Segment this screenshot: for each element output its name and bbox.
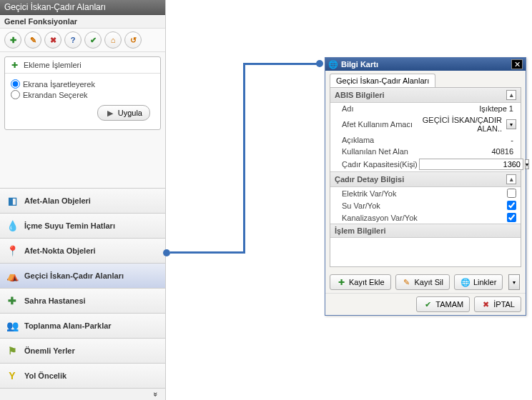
radio-mark-input[interactable] xyxy=(11,79,20,89)
su-checkbox[interactable] xyxy=(507,201,516,210)
edit-button[interactable]: ✎ xyxy=(24,31,41,49)
field-value: GEÇİCİ İSKAN/ÇADIR ALAN.. xyxy=(419,116,505,133)
question-icon: ? xyxy=(68,35,78,45)
field-elektrik: Elektrik Var/Yok xyxy=(330,187,521,199)
nav-label: Geçici İskan-Çadır Alanları xyxy=(24,271,124,280)
field-label: Çadır Kapasitesi(Kişi) xyxy=(342,160,419,169)
linkler-button[interactable]: 🌐 Linkler xyxy=(454,274,503,290)
dropdown-button[interactable]: ▾ xyxy=(506,119,516,129)
nav-icme-suyu[interactable]: 💧 İçme Suyu Temin Hatları xyxy=(0,213,165,238)
nav-afet-nokta[interactable]: 📍 Afet-Nokta Objeleri xyxy=(0,238,165,263)
nav-label: İçme Suyu Temin Hatları xyxy=(24,221,115,230)
tent-icon: ⛺ xyxy=(6,269,19,282)
group-abis-header[interactable]: ABIS Bilgileri ▴ xyxy=(330,88,521,103)
cross-icon: ✖ xyxy=(481,299,491,309)
help-button[interactable]: ? xyxy=(64,31,82,49)
field-label: Kullanılan Net Alan xyxy=(342,147,419,156)
field-su: Su Var/Yok xyxy=(330,199,521,211)
left-panel: Geçici İskan-Çadır Alanları Genel Fonksi… xyxy=(0,0,166,400)
tamam-button[interactable]: ✔ TAMAM xyxy=(416,296,470,312)
iptal-button[interactable]: ✖ İPTAL xyxy=(474,296,521,312)
check-icon: ✔ xyxy=(423,299,433,309)
group-detay-header[interactable]: Çadır Detay Bilgisi ▴ xyxy=(330,171,521,187)
refresh-icon: ↺ xyxy=(128,35,138,45)
kayit-sil-button[interactable]: ✎ Kayıt Sil xyxy=(395,274,450,290)
linkler-dropdown[interactable]: ▾ xyxy=(508,274,520,290)
kapasite-input[interactable] xyxy=(419,159,523,170)
plus-icon: ✚ xyxy=(336,277,346,287)
radio-select-label: Ekrandan Seçerek xyxy=(23,91,88,99)
pin-icon: 📍 xyxy=(6,244,19,257)
nav-onemli-yerler[interactable]: ⚑ Önemli Yerler xyxy=(0,338,165,363)
field-aciklama: Açıklama - xyxy=(330,134,521,146)
collapse-icon[interactable]: ▴ xyxy=(506,174,516,184)
field-label: Adı xyxy=(342,104,419,113)
field-kapasite: Çadır Kapasitesi(Kişi) ▾ xyxy=(330,157,521,171)
button-label: TAMAM xyxy=(435,300,463,309)
nav-gecici-iskan[interactable]: ⛺ Geçici İskan-Çadır Alanları xyxy=(0,263,165,288)
nav-sahra-hastanesi[interactable]: ✚ Sahra Hastanesi xyxy=(0,288,165,313)
flag-icon: ⚑ xyxy=(6,344,19,357)
elektrik-checkbox[interactable] xyxy=(507,189,516,198)
field-value: 40816 xyxy=(419,147,516,156)
nav-label: Yol Öncelik xyxy=(24,371,66,380)
tab-bar: Geçici İskan-Çadır Alanları xyxy=(325,71,526,87)
add-section-title: Ekleme İşlemleri xyxy=(24,61,82,69)
collapse-icon[interactable]: ▴ xyxy=(506,90,516,100)
add-section-body: Ekrana İşaretleyerek Ekrandan Seçerek ▶ … xyxy=(5,74,160,129)
stepper-button[interactable]: ▾ xyxy=(525,159,529,169)
close-button[interactable]: ✕ xyxy=(511,59,523,69)
nav-label: Afet-Alan Objeleri xyxy=(24,196,91,205)
add-button[interactable]: ✚ xyxy=(4,31,21,49)
play-icon: ▶ xyxy=(105,108,115,118)
nav-toplanma-alani[interactable]: 👥 Toplanma Alanı-Parklar xyxy=(0,313,165,338)
nav-list: ◧ Afet-Alan Objeleri 💧 İçme Suyu Temin H… xyxy=(0,188,165,400)
field-kanalizasyon: Kanalizasyon Var/Yok xyxy=(330,211,521,224)
button-label: İPTAL xyxy=(493,300,515,309)
refresh-button[interactable]: ↺ xyxy=(124,31,142,49)
pencil-icon: ✎ xyxy=(402,277,412,287)
plus-icon: ✚ xyxy=(9,60,19,70)
field-label: Su Var/Yok xyxy=(342,201,507,210)
dialog-title: Bilgi Kartı xyxy=(341,60,378,69)
nav-label: Sahra Hastanesi xyxy=(24,296,86,305)
nav-label: Toplanma Alanı-Parklar xyxy=(24,321,112,330)
radio-mark-on-screen[interactable]: Ekrana İşaretleyerek xyxy=(11,79,154,89)
nav-expand[interactable]: » xyxy=(0,388,165,400)
radio-select-input[interactable] xyxy=(11,90,20,99)
nav-yol-oncelik[interactable]: Y Yol Öncelik xyxy=(0,363,165,388)
button-label: Linkler xyxy=(473,278,496,286)
islem-body xyxy=(330,238,521,266)
panel-title: Geçici İskan-Çadır Alanları xyxy=(0,0,165,15)
dialog-action-row: ✚ Kayıt Ekle ✎ Kayıt Sil 🌐 Linkler ▾ xyxy=(325,271,526,293)
road-icon: Y xyxy=(6,369,19,382)
close-icon: ✕ xyxy=(514,60,521,69)
home-icon: ⌂ xyxy=(108,35,118,45)
field-label: Elektrik Var/Yok xyxy=(342,189,507,198)
add-section-header[interactable]: ✚ Ekleme İşlemleri xyxy=(5,57,160,74)
radio-mark-label: Ekrana İşaretleyerek xyxy=(23,80,95,89)
apply-button[interactable]: ▶ Uygula xyxy=(97,105,150,121)
field-value: - xyxy=(419,136,516,144)
radio-select-from-screen[interactable]: Ekrandan Seçerek xyxy=(11,90,154,99)
group-islem-header[interactable]: İşlem Bilgileri xyxy=(330,224,521,238)
delete-button[interactable]: ✖ xyxy=(44,31,61,49)
info-dialog: 🌐 Bilgi Kartı ✕ Geçici İskan-Çadır Alanl… xyxy=(325,57,526,316)
button-label: Kayıt Ekle xyxy=(349,278,385,286)
kayit-ekle-button[interactable]: ✚ Kayıt Ekle xyxy=(330,274,391,290)
field-label: Açıklama xyxy=(342,136,419,144)
globe-icon: 🌐 xyxy=(460,277,471,287)
tab-label: Geçici İskan-Çadır Alanları xyxy=(336,76,429,85)
field-adi: Adı Işıktepe 1 xyxy=(330,103,521,114)
cross-icon: ✖ xyxy=(48,35,58,45)
toolbar: ✚ ✎ ✖ ? ✔ ⌂ ↺ xyxy=(0,29,165,52)
hospital-icon: ✚ xyxy=(6,294,19,307)
dialog-footer: ✔ TAMAM ✖ İPTAL xyxy=(325,293,526,315)
apply-tool-button[interactable]: ✔ xyxy=(84,31,102,49)
home-button[interactable]: ⌂ xyxy=(104,31,122,49)
area-icon: ◧ xyxy=(6,194,19,207)
kanalizasyon-checkbox[interactable] xyxy=(507,213,516,222)
nav-afet-alan[interactable]: ◧ Afet-Alan Objeleri xyxy=(0,188,165,213)
tab-gecici-iskan[interactable]: Geçici İskan-Çadır Alanları xyxy=(330,74,435,87)
panel-subheader: Genel Fonksiyonlar xyxy=(0,15,165,29)
